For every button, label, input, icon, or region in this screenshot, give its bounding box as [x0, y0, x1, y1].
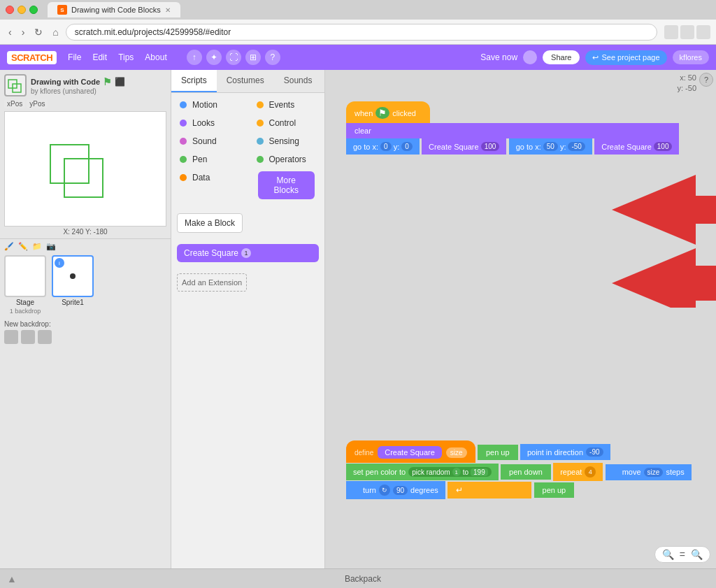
- motion-label: Motion: [192, 100, 217, 110]
- share-button[interactable]: Share: [543, 50, 580, 64]
- backdrop-camera-icon[interactable]: [38, 330, 52, 344]
- scratch-nav: File Edit Tips About: [62, 50, 173, 65]
- degrees-label: degrees: [410, 486, 438, 494]
- address-input[interactable]: [66, 24, 657, 41]
- home-button[interactable]: ⌂: [50, 25, 61, 39]
- category-operators[interactable]: Operators: [248, 150, 325, 168]
- repeat-block[interactable]: repeat 4: [553, 463, 603, 481]
- create-square-2-block[interactable]: Create Square 100: [594, 138, 679, 155]
- sprite1-label: Sprite1: [62, 299, 84, 306]
- green-flag-small[interactable]: ⚑: [103, 76, 112, 87]
- favicon-icon: S: [57, 5, 67, 15]
- canvas[interactable]: ? x: 50 y: -50 when ⚑ clicked: [325, 70, 716, 568]
- zoom-out-button[interactable]: 🔍: [661, 549, 675, 560]
- pen-down-block[interactable]: pen down: [501, 464, 551, 480]
- go-to-2-block[interactable]: go to x: 50 y: -50: [509, 138, 592, 155]
- make-block-button[interactable]: Make a Block: [177, 213, 243, 233]
- tips-menu[interactable]: Tips: [113, 50, 139, 65]
- y2-val: -50: [568, 142, 585, 151]
- reload-button[interactable]: ↻: [31, 25, 45, 39]
- backdrop-upload-icon[interactable]: [21, 330, 35, 344]
- create-square-num-badge: 1: [241, 248, 251, 258]
- pen-up-2-block[interactable]: pen up: [534, 482, 575, 498]
- category-motion[interactable]: Motion: [171, 96, 248, 114]
- clicked-label: clicked: [392, 109, 416, 117]
- clear-block[interactable]: clear: [346, 123, 679, 138]
- category-looks[interactable]: Looks: [171, 114, 248, 132]
- save-now-button[interactable]: Save now: [480, 52, 517, 62]
- create-square-palette-label: Create Square: [184, 248, 238, 258]
- category-data[interactable]: Data: [171, 168, 248, 187]
- when-clicked-block[interactable]: when ⚑ clicked: [346, 101, 430, 123]
- repeat-close-block[interactable]: ↵: [448, 482, 531, 499]
- sprite1-item[interactable]: i Sprite1: [52, 255, 94, 315]
- more-blocks-button[interactable]: More Blocks: [258, 171, 315, 199]
- about-menu[interactable]: About: [139, 50, 172, 65]
- zoom-reset-button[interactable]: =: [678, 549, 687, 560]
- add-extension-button[interactable]: Add an Extension: [177, 273, 247, 292]
- blocks-palette: Scripts Costumes Sounds Motion Looks: [171, 70, 325, 568]
- browser-tab[interactable]: S Drawing with Code Blocks ✕: [48, 2, 180, 17]
- zoom-in-button[interactable]: 🔍: [689, 549, 704, 560]
- more-blocks-area: More Blocks: [248, 168, 325, 208]
- close-tab-button[interactable]: ✕: [165, 6, 171, 14]
- sensing-label: Sensing: [269, 136, 299, 146]
- edit-menu[interactable]: Edit: [87, 50, 113, 65]
- extensions-icon: [680, 25, 694, 39]
- file-menu[interactable]: File: [62, 50, 87, 65]
- turn-block[interactable]: turn ↻ 90 degrees: [346, 481, 445, 499]
- create-square-1-block[interactable]: Create Square 100: [422, 138, 506, 155]
- close-window-button[interactable]: [6, 6, 14, 14]
- fullscreen-icon: ⛶: [226, 50, 241, 65]
- see-project-button[interactable]: ↩ See project page: [585, 50, 666, 65]
- tab-sounds[interactable]: Sounds: [274, 70, 322, 92]
- pen-label: Pen: [192, 155, 207, 164]
- category-pen[interactable]: Pen: [171, 150, 248, 168]
- looks-label: Looks: [192, 118, 215, 128]
- xpos-display: xPos: [4, 99, 25, 108]
- tab-costumes[interactable]: Costumes: [217, 70, 274, 92]
- sound-dot: [180, 138, 187, 145]
- pen-up-1-block[interactable]: pen up: [478, 445, 518, 460]
- user-button[interactable]: kflores: [673, 50, 709, 64]
- category-sound[interactable]: Sound: [171, 132, 248, 150]
- point-direction-block[interactable]: point in direction -90: [520, 444, 610, 460]
- scripting-area[interactable]: ? x: 50 y: -50 when ⚑ clicked: [325, 70, 716, 568]
- forward-button[interactable]: ›: [19, 25, 28, 39]
- when-label: when: [355, 109, 373, 117]
- data-dot: [180, 174, 187, 181]
- svg-rect-3: [64, 159, 103, 197]
- sprite-tool-bar: 🖌️ ✏️ 📁 📷: [4, 242, 166, 251]
- go-to-1-block[interactable]: go to x: 0 y: 0: [346, 138, 420, 155]
- person-icon: ✦: [206, 50, 222, 65]
- category-sensing[interactable]: Sensing: [248, 132, 325, 150]
- sensing-dot: [257, 138, 264, 145]
- category-control[interactable]: Control: [248, 114, 325, 132]
- help-button[interactable]: ?: [699, 73, 713, 87]
- events-label: Events: [269, 100, 295, 110]
- back-button[interactable]: ‹: [6, 25, 15, 39]
- steps-label: steps: [666, 468, 684, 476]
- expand-backpack-icon[interactable]: ▲: [7, 573, 17, 585]
- point-direction-label: point in direction: [527, 448, 583, 457]
- define-block[interactable]: define Create Square size: [346, 440, 475, 463]
- category-events[interactable]: Events: [248, 96, 325, 114]
- turn-val: 90: [393, 486, 408, 495]
- pen-up-2-label: pen up: [543, 486, 566, 494]
- y-coord: y: -50: [677, 83, 696, 94]
- backdrop-paint-icon[interactable]: [4, 330, 18, 344]
- minimize-window-button[interactable]: [17, 6, 26, 14]
- control-label: Control: [269, 118, 296, 128]
- direction-val: -90: [586, 447, 603, 457]
- upload-sprite-icon: 📁: [32, 242, 42, 251]
- scratch-logo: SCRATCH: [7, 51, 57, 64]
- create-square-palette-block[interactable]: Create Square 1: [177, 244, 319, 262]
- stage-sprite-item[interactable]: Stage 1 backdrop: [4, 255, 46, 315]
- traffic-lights: [6, 6, 38, 14]
- move-block[interactable]: move size steps: [606, 464, 692, 480]
- maximize-window-button[interactable]: [29, 6, 38, 14]
- set-pen-color-block[interactable]: set pen color to pick random 1 to 199: [346, 464, 499, 480]
- stop-button-small[interactable]: ⬛: [115, 77, 125, 87]
- x1-val: 0: [380, 142, 392, 151]
- tab-scripts[interactable]: Scripts: [171, 70, 217, 92]
